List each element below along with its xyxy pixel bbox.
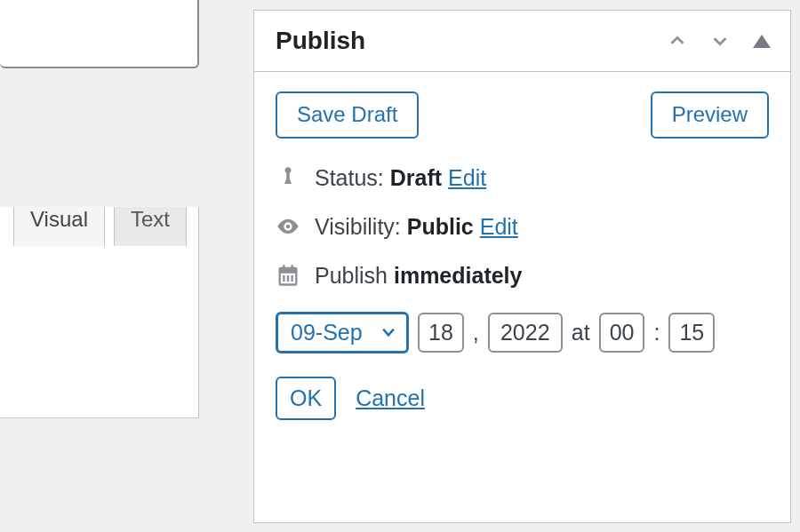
comma-separator: , <box>473 320 479 345</box>
post-title-input[interactable] <box>0 0 199 68</box>
move-down-icon[interactable] <box>710 31 730 51</box>
ok-button[interactable]: OK <box>276 377 336 420</box>
schedule-date-controls: 09-Sep 18 , 2022 at 00 : 15 <box>276 312 769 353</box>
status-edit-link[interactable]: Edit <box>448 165 486 190</box>
publish-label: Publish <box>315 263 388 288</box>
cancel-link[interactable]: Cancel <box>356 385 425 411</box>
editor-toolbar: Visual Text <box>0 207 199 418</box>
visibility-row: Visibility: Public Edit <box>276 214 769 240</box>
publish-schedule-value: immediately <box>394 263 523 288</box>
editor-content-area[interactable] <box>0 258 198 417</box>
publish-title: Publish <box>276 27 365 55</box>
status-row: Status: Draft Edit <box>276 165 769 191</box>
month-select[interactable]: 09-Sep <box>276 312 409 353</box>
preview-button[interactable]: Preview <box>651 91 769 139</box>
eye-icon <box>276 214 300 239</box>
day-input[interactable]: 18 <box>418 313 464 353</box>
tab-visual[interactable]: Visual <box>13 207 105 246</box>
hour-input[interactable]: 00 <box>599 313 645 353</box>
visibility-label: Visibility: <box>315 214 401 239</box>
calendar-icon <box>276 263 300 288</box>
minute-input[interactable]: 15 <box>668 313 715 353</box>
visibility-value: Public <box>407 214 474 239</box>
tab-text[interactable]: Text <box>114 207 187 246</box>
at-label: at <box>572 320 590 345</box>
visibility-edit-link[interactable]: Edit <box>480 214 518 239</box>
save-draft-button[interactable]: Save Draft <box>276 91 419 139</box>
move-up-icon[interactable] <box>668 31 687 51</box>
status-value: Draft <box>390 165 442 190</box>
publish-metabox: Publish Save Draft Preview Status: Draft… <box>253 10 791 523</box>
chevron-down-icon <box>380 323 397 341</box>
pin-icon <box>276 165 300 190</box>
status-label: Status: <box>315 165 384 190</box>
colon-separator: : <box>653 320 660 345</box>
publish-schedule-row: Publish immediately <box>276 263 769 289</box>
year-input[interactable]: 2022 <box>488 313 563 353</box>
collapse-panel-icon[interactable] <box>753 35 771 48</box>
publish-metabox-header: Publish <box>254 11 790 72</box>
